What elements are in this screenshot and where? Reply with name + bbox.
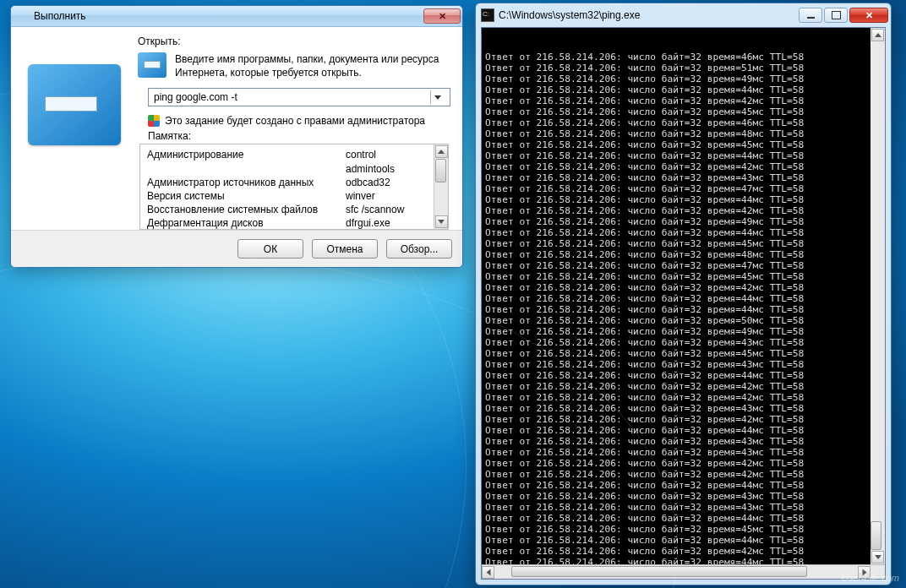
run-left-panel	[11, 27, 138, 230]
chevron-down-icon	[434, 95, 441, 100]
cancel-button[interactable]: Отмена	[312, 239, 378, 259]
scroll-track[interactable]	[494, 565, 858, 579]
open-combobox[interactable]: ping google.com -t	[148, 88, 450, 106]
hint-command: winver	[346, 189, 427, 203]
console-title: C:\Windows\system32\ping.exe	[499, 9, 799, 21]
scroll-up-button[interactable]	[871, 29, 884, 41]
hint-row[interactable]: Версия системыwinver	[147, 189, 427, 203]
run-titlebar[interactable]: Выполнить ✕	[11, 6, 462, 27]
run-program-icon	[28, 64, 121, 145]
hint-row[interactable]: Администратор источников данныхodbcad32	[147, 176, 427, 189]
close-button[interactable]: ✕	[849, 8, 888, 23]
chevron-up-icon	[438, 150, 445, 154]
console-text: Ответ от 216.58.214.206: число байт=32 в…	[485, 52, 883, 564]
scroll-up-button[interactable]	[435, 145, 448, 158]
run-titlebar-icon	[16, 9, 30, 23]
hint-command: odbcad32	[346, 176, 427, 189]
chevron-up-icon	[875, 33, 881, 37]
console-titlebar[interactable]: C:\Windows\system32\ping.exe ✕	[476, 3, 891, 27]
scroll-track[interactable]	[435, 159, 448, 215]
browse-button[interactable]: Обзор...	[386, 239, 452, 259]
admin-note-text: Это задание будет создано с правами адми…	[165, 115, 425, 127]
scroll-track[interactable]	[871, 42, 883, 550]
hint-name: Дефрагментация дисков	[147, 216, 346, 229]
chevron-down-icon	[875, 555, 881, 559]
run-button-bar: ОК Отмена Обзор...	[11, 230, 462, 267]
hint-name: Версия системы	[147, 189, 346, 203]
console-output: Ответ от 216.58.214.206: число байт=32 в…	[482, 28, 885, 564]
hint-name: Администрирование	[147, 148, 346, 175]
run-small-icon	[138, 52, 166, 78]
hint-command: sfc /scannow	[346, 203, 427, 216]
scroll-down-button[interactable]	[871, 551, 884, 564]
console-window: C:\Windows\system32\ping.exe ✕ Ответ от …	[475, 3, 892, 585]
scroll-thumb[interactable]	[435, 159, 446, 182]
chevron-left-icon	[486, 569, 490, 576]
maximize-button[interactable]	[824, 8, 848, 23]
console-vscrollbar[interactable]	[871, 28, 885, 564]
ok-button[interactable]: ОК	[237, 239, 303, 259]
hints-list: Администрированиеcontrol admintoolsАдмин…	[139, 144, 449, 230]
close-button[interactable]: ✕	[423, 8, 461, 24]
run-description: Введите имя программы, папки, документа …	[175, 52, 450, 79]
open-combobox-value: ping google.com -t	[154, 91, 430, 103]
hint-command: control admintools	[346, 148, 427, 175]
hint-name: Восстановление системных файлов	[147, 203, 346, 216]
scroll-thumb[interactable]	[871, 521, 881, 550]
console-hscrollbar[interactable]	[482, 564, 885, 579]
hint-command: dfrgui.exe	[346, 216, 427, 229]
minimize-button[interactable]	[799, 8, 822, 23]
hint-row[interactable]: Восстановление системных файловsfc /scan…	[147, 203, 427, 216]
hints-scrollbar[interactable]	[434, 144, 448, 229]
chevron-down-icon	[438, 220, 445, 224]
hint-row[interactable]: Дефрагментация дисковdfrgui.exe	[147, 216, 427, 229]
run-title: Выполнить	[34, 10, 423, 22]
scroll-thumb[interactable]	[511, 566, 807, 577]
hint-row[interactable]: Администрированиеcontrol admintools	[147, 148, 427, 175]
scroll-down-button[interactable]	[435, 215, 448, 228]
watermark: User-Life.com	[842, 573, 899, 583]
open-label: Открыть:	[138, 35, 450, 47]
run-dialog: Выполнить ✕ Открыть: Введите имя програм…	[10, 5, 463, 268]
combobox-dropdown-button[interactable]	[430, 90, 445, 104]
shield-icon	[148, 115, 160, 127]
console-icon	[481, 8, 494, 22]
hints-label: Памятка:	[148, 130, 450, 142]
scroll-left-button[interactable]	[482, 566, 494, 579]
hint-name: Администратор источников данных	[147, 176, 346, 189]
